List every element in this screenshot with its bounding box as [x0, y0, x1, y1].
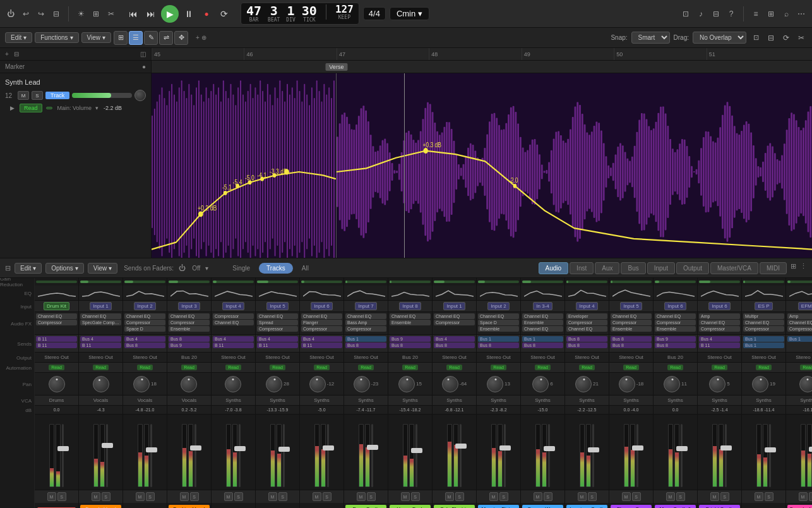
ch2-send1[interactable]: Bus 4: [80, 336, 121, 342]
rewind-btn[interactable]: ⏮: [126, 6, 141, 21]
ch12-eq-row[interactable]: [565, 286, 609, 301]
ch9-send1[interactable]: Bus 4: [434, 336, 475, 342]
filter-tab-midi[interactable]: MIDI: [760, 262, 787, 274]
ch7-fader-handle[interactable]: [367, 445, 378, 450]
mute-btn[interactable]: M: [18, 91, 29, 100]
marker-add-icon[interactable]: ●: [142, 63, 146, 70]
ch17-mute-btn[interactable]: M: [799, 492, 808, 501]
ch15-eq-row[interactable]: [698, 286, 741, 301]
pencil-tool-btn[interactable]: ✎: [144, 31, 158, 45]
plus-icon[interactable]: +: [196, 34, 200, 41]
ch2-fader-handle[interactable]: [102, 443, 113, 448]
ch16-eq-row[interactable]: [742, 286, 785, 301]
ch7-send2[interactable]: Bus 8: [345, 342, 386, 348]
ch1-solo-btn[interactable]: S: [57, 492, 66, 501]
loop-icon[interactable]: ⟳: [780, 32, 792, 44]
scissors-icon[interactable]: ✂: [105, 8, 117, 20]
ch15-mute-btn[interactable]: M: [710, 492, 719, 501]
ch14-send2[interactable]: Bus 8: [655, 342, 696, 348]
ch8-input-btn[interactable]: Input 8: [399, 302, 421, 310]
ch10-pan-knob[interactable]: [487, 376, 503, 392]
ch15-fx1[interactable]: Amp: [699, 313, 740, 319]
ch14-fx1[interactable]: Channel EQ: [655, 313, 696, 319]
ch11-input-btn[interactable]: In 3-4: [533, 302, 552, 310]
ch12-pan-knob[interactable]: [575, 376, 592, 392]
ch2-eq-row[interactable]: [79, 286, 122, 301]
ch13-fader-handle[interactable]: [632, 445, 643, 451]
ch11-auto-btn[interactable]: Read: [535, 365, 551, 370]
ch9-fx2[interactable]: Compressor: [434, 320, 475, 325]
more-icon[interactable]: ⋯: [796, 8, 807, 20]
ch7-fx2[interactable]: Bass Amp: [345, 320, 386, 325]
ch9-input-btn[interactable]: Input 1: [443, 302, 465, 310]
ch14-mute-btn[interactable]: M: [666, 492, 675, 501]
waveform-container[interactable]: Synth Lead ∞∞: [152, 73, 812, 258]
ch7-mute-btn[interactable]: M: [357, 492, 366, 501]
ch3-input-btn[interactable]: Input 3: [178, 302, 200, 310]
smart-help-icon[interactable]: ?: [725, 8, 737, 20]
ch8-send1[interactable]: Bus 9: [390, 336, 431, 342]
trim-icon[interactable]: ✂: [796, 32, 807, 44]
ch2-solo-btn[interactable]: S: [146, 492, 155, 501]
ch14-fx2[interactable]: Compressor: [655, 320, 696, 325]
ch1-mute-btn[interactable]: M: [47, 492, 56, 501]
ch4-input-btn[interactable]: Input 4: [222, 302, 244, 310]
ch2-mute-btn[interactable]: M: [92, 492, 100, 501]
midi-icon[interactable]: ⊞: [90, 8, 102, 20]
ch6-fx1[interactable]: Channel EQ: [301, 313, 342, 319]
ch6-send2[interactable]: B 11: [301, 342, 342, 348]
ch13-send1[interactable]: Bus 8: [611, 336, 652, 342]
volume-knob[interactable]: [134, 90, 146, 101]
ch2-pan-knob[interactable]: [93, 376, 109, 392]
ch17-fader-handle[interactable]: [809, 447, 812, 452]
fast-forward-btn[interactable]: ⏭: [143, 6, 158, 21]
ch8-solo-btn[interactable]: S: [411, 492, 420, 501]
ch2-send2[interactable]: B 11: [80, 342, 121, 348]
ch6-fader-handle[interactable]: [323, 445, 334, 451]
ch5-fader-handle[interactable]: [278, 447, 290, 452]
ch3-pan-knob[interactable]: [181, 376, 197, 392]
ch16-mute-btn[interactable]: M: [755, 492, 763, 501]
ch15-solo-btn[interactable]: S: [720, 492, 729, 501]
drag-select[interactable]: No Overlap: [693, 32, 746, 44]
ch1-pan-knob[interactable]: [49, 376, 65, 392]
read-btn[interactable]: Read: [20, 104, 42, 112]
ch3-send1[interactable]: Bus 8: [169, 336, 210, 342]
ch1-fader-handle[interactable]: [57, 446, 69, 451]
filter-tab-audio[interactable]: Audio: [539, 262, 569, 274]
ch8-fx1[interactable]: Channel EQ: [390, 313, 431, 319]
mixer-resize-icon[interactable]: ⊟: [5, 264, 11, 272]
ch6-pan-knob[interactable]: [309, 376, 326, 392]
track-options-icon[interactable]: ⊟: [14, 51, 19, 57]
ch8-eq-row[interactable]: [388, 286, 432, 301]
ch5-mute-btn[interactable]: M: [268, 492, 277, 501]
ch9-fader-handle[interactable]: [455, 444, 467, 449]
ch15-fx2[interactable]: Channel EQ: [699, 320, 740, 325]
ch16-send2[interactable]: Bus 1: [743, 342, 784, 348]
ch2-input-btn[interactable]: Input 2: [134, 302, 155, 310]
ch12-fx3[interactable]: Channel EQ: [566, 326, 607, 332]
ch1-eq-row[interactable]: [35, 286, 78, 301]
ch4-send1[interactable]: Bus 4: [213, 336, 254, 342]
sends-power-icon[interactable]: ⏻: [179, 264, 186, 272]
ch17-auto-btn[interactable]: Read: [800, 365, 812, 370]
ch16-fx1[interactable]: Multipr: [743, 313, 784, 319]
ch8-mute-btn[interactable]: M: [401, 492, 410, 501]
ch2-fader-handle[interactable]: [146, 447, 157, 452]
ch4-fx2[interactable]: Channel EQ: [213, 320, 254, 325]
ch4-solo-btn[interactable]: S: [234, 492, 243, 501]
ch16-fx3[interactable]: Compressor: [743, 326, 784, 332]
ch11-fx2[interactable]: Ensemble: [522, 320, 563, 325]
ch12-auto-btn[interactable]: Read: [579, 365, 595, 370]
ch8-pan-knob[interactable]: [398, 376, 415, 392]
ch14-eq-row[interactable]: [654, 286, 697, 301]
expand-icon[interactable]: ▶: [10, 105, 15, 111]
ch13-input-btn[interactable]: Input 5: [620, 302, 642, 310]
ch6-eq-row[interactable]: [300, 286, 343, 301]
ch2-fx1[interactable]: Channel EQ: [124, 313, 165, 319]
ch4-auto-btn[interactable]: Read: [225, 365, 241, 370]
view-menu-btn[interactable]: View ▾: [81, 32, 112, 43]
grid-view-icon[interactable]: ⊞: [791, 262, 796, 274]
ch12-send2[interactable]: Bus 8: [566, 342, 607, 348]
ch11-fader-handle[interactable]: [544, 446, 555, 451]
